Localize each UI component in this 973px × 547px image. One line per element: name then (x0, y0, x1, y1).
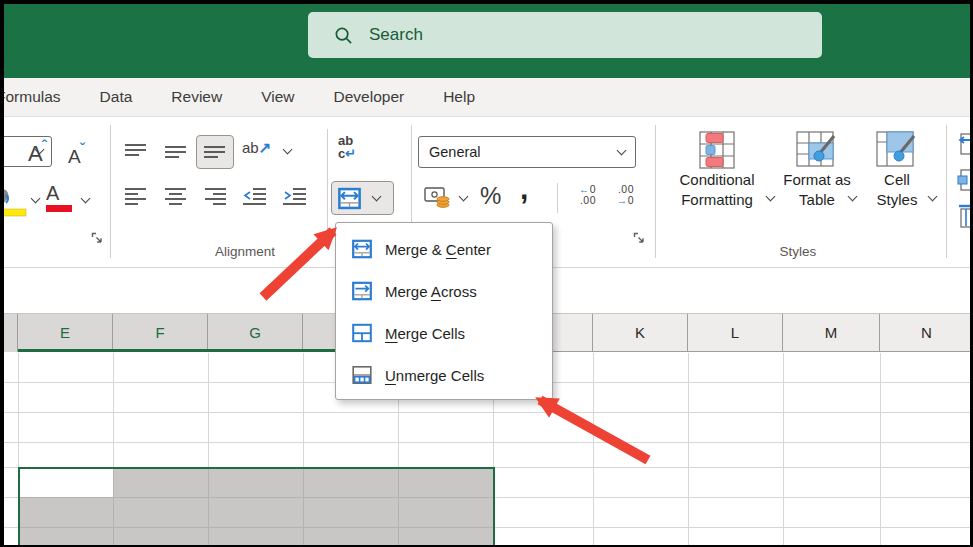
search-placeholder: Search (369, 25, 423, 45)
column-header-m[interactable]: M (783, 314, 880, 352)
merge-dropdown-chevron[interactable] (372, 192, 382, 202)
screenshot-edge-top (0, 0, 973, 4)
merge-across-icon (352, 281, 372, 301)
cell-selection-range[interactable] (18, 467, 495, 547)
menu-item-merge-cells[interactable]: Merge Cells (336, 312, 552, 354)
column-header-g[interactable]: G (208, 314, 303, 352)
merge-dropdown-menu: Merge & Center Merge Across Merge Cells … (335, 222, 553, 400)
column-header-e[interactable]: E (18, 314, 113, 352)
comma-style-button[interactable]: , (520, 172, 528, 206)
unmerge-cells-icon (352, 365, 372, 385)
accounting-dropdown-chevron[interactable] (459, 192, 469, 202)
inner-separator (557, 183, 558, 213)
return-arrow-icon: ↵ (345, 146, 356, 161)
column-header-d-sliver[interactable] (4, 314, 18, 352)
screenshot-edge-left (0, 0, 4, 547)
styles-group-label: Styles (698, 244, 898, 259)
font-color-red-bar (46, 205, 72, 212)
alignment-group-label: Alignment (145, 244, 345, 259)
accounting-format-icon[interactable] (424, 185, 452, 211)
fill-color-dropdown-chevron[interactable] (31, 194, 41, 204)
font-color-button[interactable]: A (46, 183, 72, 212)
chevron-down-icon (928, 192, 938, 202)
menu-item-label: Merge Cells (385, 325, 465, 342)
center-align-button[interactable] (165, 187, 187, 205)
merge-cells-icon (352, 323, 372, 343)
caret-up-icon: ˆ (42, 137, 47, 154)
group-separator (110, 125, 111, 258)
align-right-button[interactable] (205, 187, 227, 205)
increase-indent-button[interactable] (283, 187, 307, 205)
percent-style-button[interactable]: % (480, 182, 501, 210)
bottom-align-icon (204, 144, 226, 162)
tab-data[interactable]: Data (97, 88, 136, 106)
search-icon (334, 26, 353, 45)
tab-view[interactable]: View (258, 88, 297, 106)
font-color-dropdown-chevron[interactable] (81, 194, 91, 204)
wrap-text-button[interactable]: ab c↵ (338, 134, 356, 160)
conditional-formatting-icon (693, 130, 741, 170)
fill-color-button[interactable] (0, 185, 28, 217)
diagonal-arrow-icon: ↗ (259, 139, 272, 156)
group-separator (946, 125, 947, 258)
menu-item-merge-across[interactable]: Merge Across (336, 270, 552, 312)
merge-center-icon (352, 239, 372, 259)
format-as-table-icon (794, 130, 840, 170)
number-format-value: General (429, 144, 481, 160)
chevron-down-icon (617, 145, 627, 155)
align-left-button[interactable] (125, 187, 147, 205)
merge-center-button[interactable] (331, 181, 394, 215)
format-as-table-button[interactable]: Format as Table (772, 130, 862, 210)
active-cell[interactable] (20, 469, 113, 497)
orientation-dropdown-chevron[interactable] (283, 145, 293, 155)
column-header-f[interactable]: F (113, 314, 208, 352)
group-separator (655, 125, 656, 258)
font-dialog-launcher-icon[interactable] (90, 231, 104, 245)
menu-item-label: Merge Across (385, 283, 477, 300)
inner-separator (327, 129, 328, 229)
tab-formulas[interactable]: Formulas (0, 88, 64, 106)
merge-center-icon (338, 187, 361, 210)
column-header-k[interactable]: K (593, 314, 688, 352)
cell-styles-button[interactable]: Cell Styles (856, 130, 938, 210)
increase-font-size-button[interactable]: Aˆ (28, 137, 47, 165)
decrease-font-size-button[interactable]: Aˇ (68, 140, 85, 167)
bottom-align-button[interactable] (196, 135, 234, 169)
tab-developer[interactable]: Developer (331, 88, 408, 106)
title-bar: Search (0, 0, 973, 78)
search-input[interactable]: Search (308, 12, 822, 58)
menu-item-merge-center[interactable]: Merge & Center (336, 228, 552, 270)
middle-align-button[interactable] (165, 143, 187, 161)
decrease-indent-button[interactable] (243, 187, 267, 205)
increase-decimal-button[interactable]: ←0 .00 (564, 184, 596, 206)
column-header-l[interactable]: L (688, 314, 783, 352)
right-arrow-icon: → (617, 194, 628, 206)
decrease-decimal-button[interactable]: .00 →0 (602, 184, 634, 206)
ribbon-tab-row: Formulas Data Review View Developer Help (0, 78, 973, 117)
excel-window: Search Formulas Data Review View Develop… (0, 0, 973, 547)
column-header-n[interactable]: N (880, 314, 973, 352)
tab-review[interactable]: Review (168, 88, 225, 106)
fill-color-icon (0, 185, 28, 217)
number-format-combobox[interactable]: General (418, 136, 636, 168)
cell-styles-icon (874, 130, 920, 170)
menu-item-label: Merge & Center (385, 241, 491, 258)
tab-help[interactable]: Help (440, 88, 478, 106)
top-align-button[interactable] (125, 143, 147, 161)
orientation-button[interactable]: ab↗ (242, 139, 271, 157)
menu-item-unmerge-cells[interactable]: Unmerge Cells (336, 354, 552, 396)
conditional-formatting-button[interactable]: Conditional Formatting (668, 130, 766, 210)
menu-item-label: Unmerge Cells (385, 367, 484, 384)
number-dialog-launcher-icon[interactable] (632, 231, 646, 245)
caret-down-icon: ˇ (80, 140, 85, 157)
